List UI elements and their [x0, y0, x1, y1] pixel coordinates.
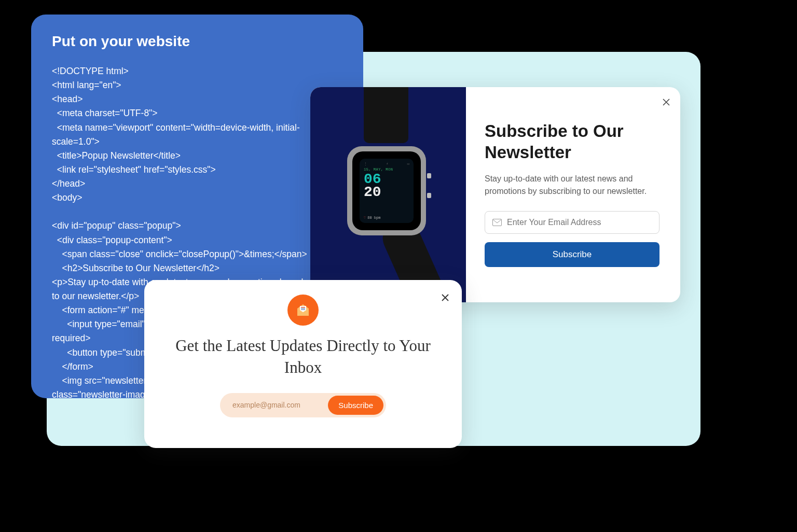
- newsletter-popup-watch: ⋮⚡▭ 15, MAY, MON 06 20 ♡80 bpm Subscribe…: [310, 87, 680, 302]
- popup-body: Stay up-to-date with our latest news and…: [485, 173, 659, 198]
- svg-rect-4: [301, 310, 305, 310]
- close-button[interactable]: [441, 290, 449, 305]
- subscribe-button[interactable]: Subscribe: [328, 396, 383, 415]
- mail-icon-circle: [287, 295, 319, 326]
- popup-heading: Get the Latest Updates Directly to Your …: [167, 335, 439, 379]
- watch-crown: [427, 173, 431, 178]
- watch-case: ⋮⚡▭ 15, MAY, MON 06 20 ♡80 bpm: [347, 146, 426, 235]
- watch-hour: 06: [364, 173, 409, 186]
- subscribe-button[interactable]: Subscribe: [485, 242, 659, 267]
- newsletter-popup-inbox: Get the Latest Updates Directly to Your …: [144, 280, 462, 448]
- svg-rect-0: [493, 219, 502, 226]
- svg-rect-3: [301, 309, 305, 309]
- watch-screen: ⋮⚡▭ 15, MAY, MON 06 20 ♡80 bpm: [360, 159, 414, 223]
- email-input[interactable]: [507, 218, 652, 227]
- watch-minute: 20: [364, 186, 409, 199]
- email-input[interactable]: [232, 401, 328, 409]
- email-field-wrap[interactable]: [485, 211, 659, 234]
- watch-illustration: ⋮⚡▭ 15, MAY, MON 06 20 ♡80 bpm: [310, 87, 466, 302]
- watch-bpm: ♡80 bpm: [364, 216, 409, 220]
- code-card-title: Put on your website: [52, 33, 342, 50]
- close-icon: [441, 293, 449, 302]
- envelope-icon: [492, 219, 502, 226]
- close-icon: [663, 99, 670, 106]
- watch-strap: [364, 87, 408, 143]
- email-pill: Subscribe: [220, 393, 386, 417]
- popup-heading: Subscribe to Our Newsletter: [485, 120, 659, 163]
- open-envelope-icon: [295, 302, 311, 318]
- svg-rect-2: [301, 307, 305, 307]
- close-button[interactable]: [663, 96, 670, 108]
- watch-crown: [427, 193, 431, 198]
